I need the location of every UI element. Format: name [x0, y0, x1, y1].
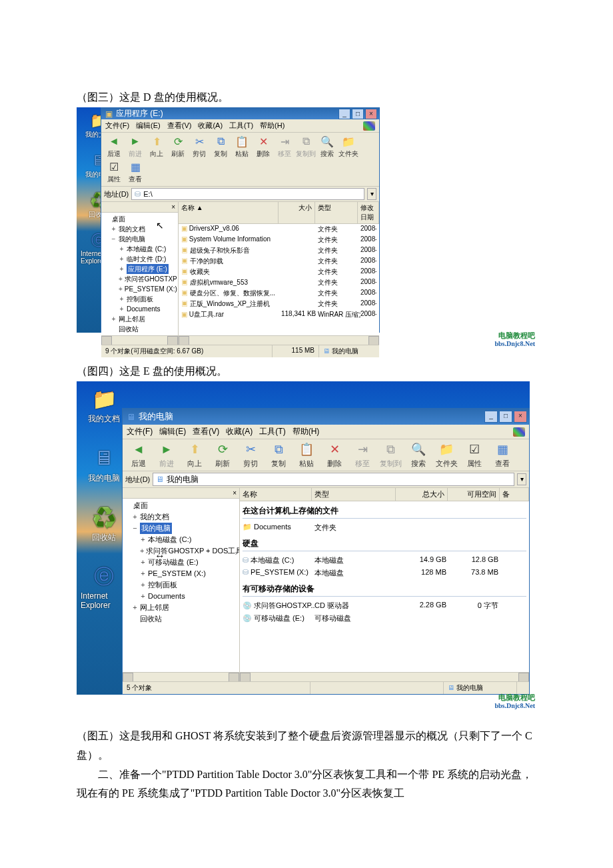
address-dropdown[interactable]: ▾: [367, 188, 376, 200]
toolbar-复制-button[interactable]: ⧉复制: [265, 441, 292, 469]
toolbar-搜索-button[interactable]: 🔍搜索: [317, 135, 337, 159]
expand-icon[interactable]: −: [111, 234, 117, 244]
drive-row[interactable]: 📁 Documents文件夹: [240, 521, 529, 534]
column-headers[interactable]: 名称 类型 总大小 可用空间 备: [240, 488, 529, 501]
drive-row[interactable]: ⛁ PE_SYSTEM (X:)本地磁盘128 MB73.8 MB: [240, 567, 529, 579]
menu-item[interactable]: 编辑(E): [159, 426, 186, 437]
tree-hscroll[interactable]: [101, 335, 178, 345]
col-size[interactable]: 大小: [279, 202, 315, 223]
desktop-icon-ie[interactable]: ⓔInternet Explorer: [81, 563, 127, 610]
menu-item[interactable]: 编辑(E): [136, 121, 161, 131]
tree-node[interactable]: +控制面板: [125, 579, 238, 591]
tree-node[interactable]: +应用程序 (E:): [104, 264, 177, 274]
drive-row[interactable]: 💿 求问答GHOSTXP...CD 驱动器2.28 GB0 字节: [240, 599, 529, 612]
tree-node[interactable]: +网上邻居: [125, 602, 238, 613]
tree-node[interactable]: +PE_SYSTEM (X:): [104, 284, 177, 294]
menu-item[interactable]: 收藏(A): [198, 121, 223, 131]
expand-icon[interactable]: +: [132, 511, 138, 523]
minimize-button[interactable]: _: [484, 411, 498, 423]
col-name[interactable]: 名称: [240, 488, 312, 501]
tree-node[interactable]: +我的文档: [104, 224, 177, 234]
toolbar-刷新-button[interactable]: ⟳刷新: [209, 441, 236, 469]
expand-icon[interactable]: +: [119, 254, 125, 264]
menu-item[interactable]: 工具(T): [229, 121, 253, 131]
toolbar-向上-button[interactable]: ⬆向上: [181, 441, 208, 469]
close-button[interactable]: ×: [514, 411, 527, 423]
file-row[interactable]: ▣ 正版_Windows_XP_注册机文件夹2008-7-26 3:56: [179, 299, 379, 309]
drive-row[interactable]: 💿 可移动磁盘 (E:)可移动磁盘: [240, 612, 529, 625]
expand-icon[interactable]: +: [140, 534, 146, 545]
toolbar-剪切-button[interactable]: ✂剪切: [189, 135, 209, 159]
file-row[interactable]: ▣ 收藏夹文件夹2008-7-26 3:55: [179, 267, 379, 277]
expand-icon[interactable]: +: [111, 314, 117, 324]
expand-icon[interactable]: +: [119, 304, 125, 314]
tree-node[interactable]: 回收站: [104, 324, 177, 334]
toolbar-后退-button[interactable]: ◄后退: [104, 135, 124, 159]
tree-node[interactable]: −我的电脑: [125, 523, 238, 534]
tree-node[interactable]: +网上邻居: [104, 314, 177, 324]
toolbar-查看-button[interactable]: ▦查看: [489, 441, 516, 469]
tree-node[interactable]: −我的电脑: [104, 234, 177, 244]
file-row[interactable]: ▣ 干净的卸载文件夹2008-7-26 3:55: [179, 256, 379, 267]
toolbar-粘贴-button[interactable]: 📋粘贴: [293, 441, 320, 469]
menu-item[interactable]: 查看(V): [193, 426, 219, 437]
expand-icon[interactable]: +: [119, 244, 125, 254]
toolbar-文件夹-button[interactable]: 📁文件夹: [338, 135, 358, 159]
address-field[interactable]: ⛁E:\: [131, 188, 364, 200]
expand-icon[interactable]: +: [140, 557, 146, 568]
tree-node[interactable]: +Documents: [104, 304, 177, 314]
toolbar-粘贴-button[interactable]: 📋粘贴: [232, 135, 252, 159]
toolbar-复制-button[interactable]: ⧉复制: [211, 135, 231, 159]
tree-node[interactable]: 回收站: [125, 613, 238, 625]
toolbar-属性-button[interactable]: ☑属性: [104, 160, 124, 184]
file-row[interactable]: ▣ U盘工具.rar118,341 KBWinRAR 压缩文件2008-7-6 …: [179, 309, 379, 320]
tree-node[interactable]: +本地磁盘 (C:): [104, 244, 177, 254]
toolbar-剪切-button[interactable]: ✂剪切: [237, 441, 264, 469]
tree-node[interactable]: 桌面: [125, 500, 238, 511]
tree-node[interactable]: +PE_SYSTEM (X:): [125, 568, 238, 579]
tree-node[interactable]: +Documents: [125, 591, 238, 602]
titlebar[interactable]: 🖥我的电脑 _ □ ×: [123, 409, 529, 425]
maximize-button[interactable]: □: [499, 411, 512, 423]
tree-node[interactable]: 桌面: [104, 214, 177, 224]
tree-node[interactable]: +临时文件 (D:): [104, 254, 177, 264]
tree-node[interactable]: +我的文档: [125, 511, 238, 523]
expand-icon[interactable]: +: [111, 224, 117, 234]
menu-item[interactable]: 文件(F): [127, 426, 153, 437]
menu-item[interactable]: 查看(V): [167, 121, 192, 131]
menu-item[interactable]: 收藏(A): [226, 426, 253, 437]
expand-icon[interactable]: +: [140, 545, 144, 557]
col-notes[interactable]: 备: [500, 488, 529, 501]
toolbar-后退-button[interactable]: ◄后退: [125, 441, 152, 469]
col-type[interactable]: 类型: [312, 488, 396, 501]
list-hscroll[interactable]: [240, 672, 529, 681]
col-total[interactable]: 总大小: [396, 488, 448, 501]
tree-node[interactable]: +求问答GHOSTXP + DOS工具: [125, 545, 238, 557]
desktop-icon-recycle[interactable]: ♻️回收站: [81, 504, 127, 543]
col-free[interactable]: 可用空间: [448, 488, 500, 501]
tree-node[interactable]: +本地磁盘 (C:): [125, 534, 238, 545]
expand-icon[interactable]: −: [132, 523, 138, 534]
toolbar-属性-button[interactable]: ☑属性: [461, 441, 488, 469]
minimize-button[interactable]: _: [338, 109, 350, 119]
col-name[interactable]: 名称 ▲: [179, 202, 279, 223]
expand-icon[interactable]: +: [119, 274, 123, 284]
list-hscroll[interactable]: [179, 335, 379, 345]
toolbar-向上-button[interactable]: ⬆向上: [147, 135, 167, 159]
toolbar-文件夹-button[interactable]: 📁文件夹: [433, 441, 460, 469]
maximize-button[interactable]: □: [352, 109, 364, 119]
address-dropdown[interactable]: ▾: [517, 473, 526, 485]
expand-icon[interactable]: +: [119, 264, 125, 274]
menu-item[interactable]: 工具(T): [259, 426, 285, 437]
toolbar-刷新-button[interactable]: ⟳刷新: [168, 135, 188, 159]
tree-node[interactable]: +控制面板: [104, 294, 177, 304]
close-button[interactable]: ×: [365, 109, 377, 119]
file-row[interactable]: ▣ 超级兔子和快乐影音文件夹2008-7-26 3:53: [179, 245, 379, 256]
expand-icon[interactable]: +: [119, 284, 123, 294]
file-row[interactable]: ▣ 虚拟机vmware_553文件夹2008-7-26 3:55: [179, 277, 379, 288]
toolbar-删除-button[interactable]: ✕删除: [253, 135, 273, 159]
expand-icon[interactable]: +: [132, 602, 138, 613]
tree-close-button[interactable]: ×: [171, 203, 175, 211]
address-field[interactable]: 🖥我的电脑: [153, 473, 514, 486]
menu-item[interactable]: 帮助(H): [260, 121, 285, 131]
